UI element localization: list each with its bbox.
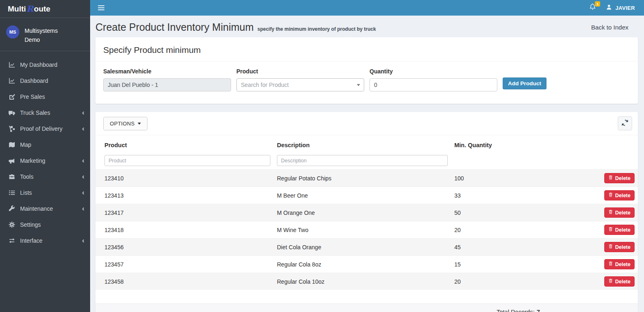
wrench-icon bbox=[8, 205, 16, 212]
cell-product: 123458 bbox=[95, 273, 274, 290]
sidebar-item-truck-sales[interactable]: Truck Sales ‹ bbox=[0, 105, 90, 121]
cell-description: M Beer One bbox=[274, 187, 451, 204]
cell-description: Regular Cola 8oz bbox=[274, 256, 451, 273]
sidebar-item-label: My Dashboard bbox=[20, 61, 84, 68]
user-name: JAVIER bbox=[615, 5, 635, 11]
trash-icon bbox=[608, 210, 613, 216]
delete-button-label: Delete bbox=[615, 262, 630, 267]
sidebar-item-settings[interactable]: Settings bbox=[0, 216, 90, 232]
sidebar-item-label: Truck Sales bbox=[20, 109, 82, 116]
cell-description: Regular Potato Chips bbox=[274, 170, 451, 187]
delete-button-label: Delete bbox=[615, 175, 630, 181]
cell-min-quantity: 100 bbox=[451, 170, 553, 187]
sidebar-item-dashboard[interactable]: Dashboard bbox=[0, 73, 90, 89]
salesman-label: Salesman/Vehicle bbox=[103, 68, 231, 75]
sidebar-item-tools[interactable]: Tools ‹ bbox=[0, 169, 90, 184]
user-icon bbox=[606, 4, 612, 11]
refresh-button[interactable] bbox=[618, 116, 632, 130]
sidebar-item-label: Interface bbox=[20, 237, 82, 244]
avatar: MS bbox=[6, 25, 19, 39]
product-field-group: Product Search for Product bbox=[236, 68, 364, 91]
trash-icon bbox=[608, 278, 613, 285]
chevron-left-icon: ‹ bbox=[82, 189, 84, 196]
dolly-icon bbox=[8, 125, 16, 132]
sidebar-item-proof-of-delivery[interactable]: Proof of Delivery ‹ bbox=[0, 121, 90, 137]
product-select-placeholder: Search for Product bbox=[241, 82, 289, 88]
sidebar-item-map[interactable]: Map bbox=[0, 137, 90, 153]
sidebar-item-interface[interactable]: Interface ‹ bbox=[0, 232, 90, 248]
cell-description: Diet Cola Orange bbox=[274, 239, 451, 256]
toolbox-icon bbox=[8, 173, 16, 180]
column-header-product: Product bbox=[95, 138, 274, 152]
delete-button-label: Delete bbox=[615, 210, 630, 216]
trash-icon bbox=[608, 244, 613, 250]
salesman-input bbox=[103, 78, 231, 91]
cell-min-quantity: 45 bbox=[451, 239, 553, 256]
sidebar-item-marketing[interactable]: Marketing ‹ bbox=[0, 153, 90, 169]
sidebar-item-lists[interactable]: Lists ‹ bbox=[0, 184, 90, 200]
delete-button[interactable]: Delete bbox=[604, 276, 635, 287]
table-row: 123418 M Wine Two 20 Delete bbox=[95, 221, 638, 239]
cell-product: 123418 bbox=[95, 221, 274, 239]
add-product-button[interactable]: Add Product bbox=[503, 77, 546, 89]
chevron-left-icon: ‹ bbox=[82, 205, 84, 212]
chevron-left-icon: ‹ bbox=[82, 157, 84, 164]
delete-button[interactable]: Delete bbox=[604, 242, 635, 252]
trash-icon bbox=[608, 175, 613, 181]
options-button[interactable]: OPTIONS bbox=[103, 117, 147, 130]
truck-icon bbox=[8, 109, 16, 116]
map-icon bbox=[8, 141, 16, 148]
back-to-index-link[interactable]: Back to Index bbox=[591, 24, 628, 31]
user-menu[interactable]: JAVIER bbox=[606, 4, 635, 11]
quantity-input[interactable] bbox=[370, 78, 497, 91]
sidebar-item-label: Lists bbox=[20, 189, 82, 196]
product-select[interactable]: Search for Product bbox=[236, 78, 364, 91]
page-subtitle: specify the minimum inventory of product… bbox=[257, 23, 376, 32]
refresh-icon bbox=[622, 120, 628, 127]
delete-button[interactable]: Delete bbox=[604, 207, 635, 218]
sidebar-menu: My Dashboard Dashboard Pre Sales Truck S… bbox=[0, 51, 90, 248]
cell-description: M Orange One bbox=[274, 204, 451, 221]
sidebar-item-label: Proof of Delivery bbox=[20, 125, 82, 132]
description-filter-input[interactable] bbox=[277, 155, 448, 166]
sidebar-item-label: Dashboard bbox=[20, 77, 84, 84]
sidebar-item-pre-sales[interactable]: Pre Sales bbox=[0, 89, 90, 105]
cell-min-quantity: 50 bbox=[451, 204, 553, 221]
user-name-line2: Demo bbox=[25, 35, 58, 44]
trash-icon bbox=[608, 227, 613, 233]
inventory-table: Product Description Min. Quantity 123410… bbox=[95, 138, 638, 290]
page-title: Create Product Inventory Minimum bbox=[95, 21, 254, 33]
sidebar-item-label: Maintenance bbox=[20, 205, 82, 212]
sidebar-item-my-dashboard[interactable]: My Dashboard bbox=[0, 57, 90, 73]
cell-description: M Wine Two bbox=[274, 221, 451, 239]
notification-badge: 1 bbox=[595, 1, 600, 7]
table-row: 123456 Diet Cola Orange 45 Delete bbox=[95, 239, 638, 256]
sidebar-item-label: Marketing bbox=[20, 157, 82, 164]
table-row: 123410 Regular Potato Chips 100 Delete bbox=[95, 170, 638, 187]
delete-button[interactable]: Delete bbox=[604, 225, 635, 235]
cell-product: 123457 bbox=[95, 256, 274, 273]
app-logo[interactable]: MultiRoute bbox=[0, 0, 90, 18]
product-filter-input[interactable] bbox=[104, 155, 270, 166]
delete-button-label: Delete bbox=[615, 193, 630, 198]
delete-button[interactable]: Delete bbox=[604, 259, 635, 269]
quantity-label: Quantity bbox=[370, 68, 497, 75]
total-records-value: 7 bbox=[537, 309, 540, 312]
cell-min-quantity: 15 bbox=[451, 256, 553, 273]
panel-heading: Specify Product minimum bbox=[95, 37, 638, 61]
caret-down-icon bbox=[138, 123, 141, 125]
salesman-field-group: Salesman/Vehicle bbox=[103, 68, 231, 91]
sidebar-item-maintenance[interactable]: Maintenance ‹ bbox=[0, 200, 90, 216]
logo-text-oute: oute bbox=[34, 5, 50, 14]
delete-button[interactable]: Delete bbox=[604, 190, 635, 200]
chevron-left-icon: ‹ bbox=[82, 173, 84, 180]
delete-button-label: Delete bbox=[615, 279, 630, 285]
sidebar-user-name: Multisystems Demo bbox=[25, 25, 58, 44]
exchange-icon bbox=[8, 237, 16, 244]
delete-button[interactable]: Delete bbox=[604, 173, 635, 183]
chart-line-icon bbox=[8, 61, 16, 68]
notifications-button[interactable]: 1 bbox=[589, 3, 596, 12]
options-button-label: OPTIONS bbox=[110, 121, 135, 127]
trash-icon bbox=[608, 261, 613, 267]
hamburger-icon[interactable] bbox=[98, 4, 104, 11]
